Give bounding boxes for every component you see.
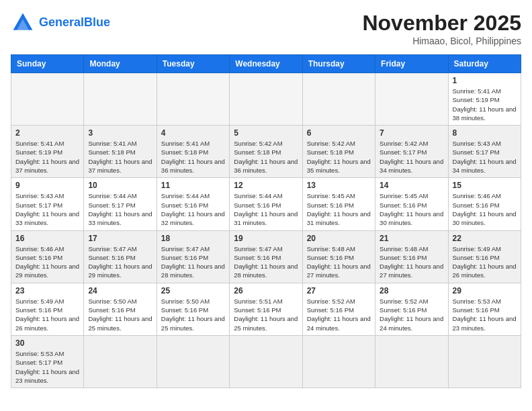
calendar-day-10: 10Sunrise: 5:44 AM Sunset: 5:17 PM Dayli…: [84, 178, 157, 230]
day-number: 3: [88, 128, 152, 138]
day-info: Sunrise: 5:45 AM Sunset: 5:16 PM Dayligh…: [380, 191, 443, 227]
day-number: 28: [380, 286, 443, 295]
day-number: 16: [15, 234, 79, 243]
calendar-day-18: 18Sunrise: 5:47 AM Sunset: 5:16 PM Dayli…: [157, 230, 229, 283]
day-info: Sunrise: 5:53 AM Sunset: 5:16 PM Dayligh…: [453, 297, 517, 332]
day-info: Sunrise: 5:47 AM Sunset: 5:16 PM Dayligh…: [161, 244, 225, 280]
day-number: 8: [453, 128, 517, 138]
day-info: Sunrise: 5:42 AM Sunset: 5:17 PM Dayligh…: [380, 139, 443, 175]
calendar-day-14: 14Sunrise: 5:45 AM Sunset: 5:16 PM Dayli…: [375, 178, 448, 230]
calendar-day-27: 27Sunrise: 5:52 AM Sunset: 5:16 PM Dayli…: [302, 283, 375, 335]
weekday-header-wednesday: Wednesday: [230, 55, 302, 73]
calendar-empty-cell: [230, 73, 302, 126]
day-info: Sunrise: 5:45 AM Sunset: 5:16 PM Dayligh…: [307, 191, 371, 227]
calendar-day-29: 29Sunrise: 5:53 AM Sunset: 5:16 PM Dayli…: [448, 283, 521, 335]
calendar-day-20: 20Sunrise: 5:48 AM Sunset: 5:16 PM Dayli…: [302, 230, 375, 283]
day-number: 29: [453, 286, 517, 295]
day-number: 6: [307, 128, 371, 138]
calendar-empty-cell: [448, 335, 521, 387]
weekday-header-friday: Friday: [375, 55, 448, 73]
day-number: 5: [234, 128, 298, 138]
day-number: 7: [380, 128, 443, 138]
calendar-day-4: 4Sunrise: 5:41 AM Sunset: 5:18 PM Daylig…: [157, 126, 229, 178]
calendar-day-3: 3Sunrise: 5:41 AM Sunset: 5:18 PM Daylig…: [84, 126, 157, 178]
day-number: 24: [88, 286, 152, 295]
calendar-week-row: 2Sunrise: 5:41 AM Sunset: 5:19 PM Daylig…: [11, 126, 521, 178]
calendar-empty-cell: [157, 73, 229, 126]
day-number: 10: [88, 181, 152, 190]
logo-icon: [11, 11, 35, 35]
day-number: 26: [234, 286, 298, 295]
calendar: SundayMondayTuesdayWednesdayThursdayFrid…: [11, 54, 521, 388]
day-number: 30: [15, 338, 79, 348]
day-info: Sunrise: 5:41 AM Sunset: 5:19 PM Dayligh…: [15, 139, 79, 175]
day-number: 15: [453, 181, 517, 190]
calendar-day-11: 11Sunrise: 5:44 AM Sunset: 5:16 PM Dayli…: [157, 178, 229, 230]
day-number: 18: [161, 234, 225, 243]
calendar-day-21: 21Sunrise: 5:48 AM Sunset: 5:16 PM Dayli…: [375, 230, 448, 283]
day-info: Sunrise: 5:47 AM Sunset: 5:16 PM Dayligh…: [88, 244, 152, 280]
day-info: Sunrise: 5:52 AM Sunset: 5:16 PM Dayligh…: [380, 297, 443, 332]
day-info: Sunrise: 5:51 AM Sunset: 5:16 PM Dayligh…: [234, 297, 298, 332]
day-number: 25: [161, 286, 225, 295]
page-header: GeneralBlue November 2025 Himaao, Bicol,…: [11, 11, 521, 46]
logo-text: GeneralBlue: [39, 16, 110, 30]
calendar-day-6: 6Sunrise: 5:42 AM Sunset: 5:18 PM Daylig…: [302, 126, 375, 178]
day-info: Sunrise: 5:41 AM Sunset: 5:18 PM Dayligh…: [161, 139, 225, 175]
day-info: Sunrise: 5:53 AM Sunset: 5:17 PM Dayligh…: [15, 349, 79, 385]
calendar-week-row: 23Sunrise: 5:49 AM Sunset: 5:16 PM Dayli…: [11, 283, 521, 335]
weekday-header-thursday: Thursday: [302, 55, 375, 73]
weekday-header-monday: Monday: [84, 55, 157, 73]
calendar-day-16: 16Sunrise: 5:46 AM Sunset: 5:16 PM Dayli…: [11, 230, 84, 283]
calendar-day-13: 13Sunrise: 5:45 AM Sunset: 5:16 PM Dayli…: [302, 178, 375, 230]
day-number: 22: [453, 234, 517, 243]
calendar-day-26: 26Sunrise: 5:51 AM Sunset: 5:16 PM Dayli…: [230, 283, 302, 335]
logo-blue: Blue: [84, 15, 110, 29]
day-info: Sunrise: 5:41 AM Sunset: 5:19 PM Dayligh…: [453, 87, 517, 122]
calendar-week-row: 16Sunrise: 5:46 AM Sunset: 5:16 PM Dayli…: [11, 230, 521, 283]
day-number: 12: [234, 181, 298, 190]
calendar-day-7: 7Sunrise: 5:42 AM Sunset: 5:17 PM Daylig…: [375, 126, 448, 178]
calendar-empty-cell: [375, 335, 448, 387]
day-number: 11: [161, 181, 225, 190]
title-block: November 2025 Himaao, Bicol, Philippines: [362, 11, 521, 46]
calendar-empty-cell: [84, 335, 157, 387]
day-number: 17: [88, 234, 152, 243]
day-info: Sunrise: 5:42 AM Sunset: 5:18 PM Dayligh…: [234, 139, 298, 175]
day-info: Sunrise: 5:50 AM Sunset: 5:16 PM Dayligh…: [161, 297, 225, 332]
weekday-header-tuesday: Tuesday: [157, 55, 229, 73]
day-info: Sunrise: 5:47 AM Sunset: 5:16 PM Dayligh…: [234, 244, 298, 280]
calendar-empty-cell: [230, 335, 302, 387]
calendar-day-30: 30Sunrise: 5:53 AM Sunset: 5:17 PM Dayli…: [11, 335, 84, 387]
calendar-empty-cell: [84, 73, 157, 126]
day-number: 23: [15, 286, 79, 295]
calendar-week-row: 1Sunrise: 5:41 AM Sunset: 5:19 PM Daylig…: [11, 73, 521, 126]
calendar-empty-cell: [375, 73, 448, 126]
calendar-empty-cell: [11, 73, 84, 126]
calendar-day-19: 19Sunrise: 5:47 AM Sunset: 5:16 PM Dayli…: [230, 230, 302, 283]
day-info: Sunrise: 5:44 AM Sunset: 5:16 PM Dayligh…: [161, 191, 225, 227]
calendar-day-22: 22Sunrise: 5:49 AM Sunset: 5:16 PM Dayli…: [448, 230, 521, 283]
calendar-day-5: 5Sunrise: 5:42 AM Sunset: 5:18 PM Daylig…: [230, 126, 302, 178]
day-info: Sunrise: 5:46 AM Sunset: 5:16 PM Dayligh…: [15, 244, 79, 280]
day-number: 2: [15, 128, 79, 138]
logo-general: General: [39, 15, 84, 29]
calendar-day-1: 1Sunrise: 5:41 AM Sunset: 5:19 PM Daylig…: [448, 73, 521, 126]
day-info: Sunrise: 5:46 AM Sunset: 5:16 PM Dayligh…: [453, 191, 517, 227]
day-number: 4: [161, 128, 225, 138]
day-info: Sunrise: 5:41 AM Sunset: 5:18 PM Dayligh…: [88, 139, 152, 175]
logo: GeneralBlue: [11, 11, 110, 35]
month-title: November 2025: [362, 11, 521, 36]
location: Himaao, Bicol, Philippines: [362, 36, 521, 46]
calendar-week-row: 9Sunrise: 5:43 AM Sunset: 5:17 PM Daylig…: [11, 178, 521, 230]
day-number: 14: [380, 181, 443, 190]
calendar-week-row: 30Sunrise: 5:53 AM Sunset: 5:17 PM Dayli…: [11, 335, 521, 387]
day-number: 20: [307, 234, 371, 243]
calendar-day-23: 23Sunrise: 5:49 AM Sunset: 5:16 PM Dayli…: [11, 283, 84, 335]
day-info: Sunrise: 5:44 AM Sunset: 5:17 PM Dayligh…: [88, 191, 152, 227]
day-info: Sunrise: 5:50 AM Sunset: 5:16 PM Dayligh…: [88, 297, 152, 332]
day-info: Sunrise: 5:44 AM Sunset: 5:16 PM Dayligh…: [234, 191, 298, 227]
day-number: 13: [307, 181, 371, 190]
calendar-empty-cell: [302, 335, 375, 387]
day-number: 27: [307, 286, 371, 295]
